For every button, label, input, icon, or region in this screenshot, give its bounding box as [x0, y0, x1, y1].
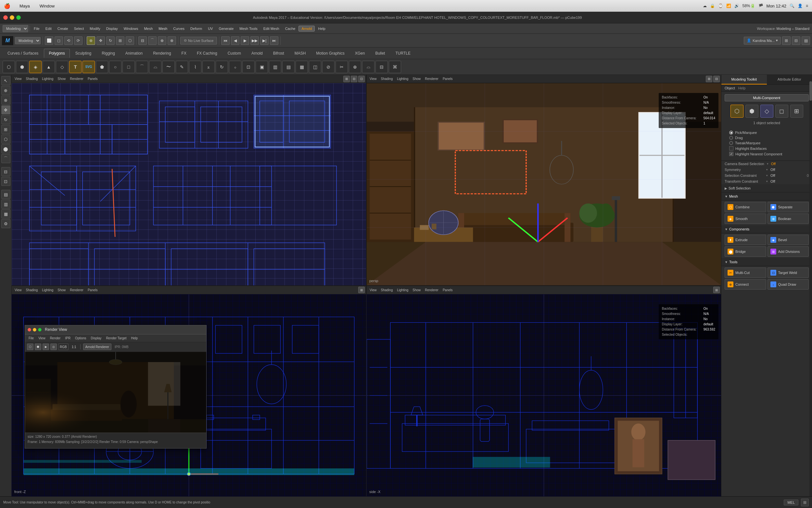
rp-tab-attribute-editor[interactable]: Attribute Editor — [767, 75, 812, 85]
user-info-btn[interactable]: 👤 Karolina Ma... ▾ — [744, 37, 781, 45]
move-tool-btn[interactable]: ✥ — [1, 105, 10, 115]
toolbar-step-forward[interactable]: ▶| — [260, 36, 269, 45]
extrude-btn[interactable]: ⬆ Extrude — [725, 235, 766, 245]
boolean-btn[interactable]: ⊕ Boolean — [767, 214, 809, 224]
mesh-section-header[interactable]: ▼ Mesh — [721, 193, 812, 201]
uv-vp-menu-panels[interactable]: Panels — [86, 77, 99, 81]
comp-btn-uv[interactable]: ◻ — [775, 104, 788, 118]
tab-rigging[interactable]: Rigging — [97, 49, 120, 58]
side-viewport-canvas[interactable]: Backfaces: On Smoothness: N/A Instance: … — [367, 294, 721, 497]
uv-vp-icon-3[interactable]: ⊡ — [358, 76, 365, 82]
maya-menu-edit[interactable]: Edit — [43, 26, 54, 32]
persp-viewport-canvas[interactable]: Backfaces: On Smoothness: N/A Instance: … — [367, 83, 721, 285]
universal-manip-btn[interactable]: ⬡ — [1, 134, 10, 144]
rp-subtab-object[interactable]: Object — [725, 86, 735, 90]
comp-btn-vertex[interactable]: ⬡ — [730, 104, 744, 118]
soft-mod-btn[interactable]: ⬤ — [1, 144, 10, 154]
persp-3d-viewport[interactable]: View Shading Lighting Show Renderer Pane… — [367, 75, 721, 285]
comp-btn-face[interactable]: ◇ — [760, 104, 773, 118]
shelf-btn-planar[interactable]: ▥ — [269, 61, 281, 73]
tab-bullet[interactable]: Bullet — [370, 49, 390, 58]
attr-editor-btn[interactable]: ▦ — [1, 209, 10, 218]
maximize-button[interactable] — [16, 15, 21, 20]
connect-btn[interactable]: ⊕ Connect — [725, 279, 766, 290]
toolbar-universal-tool[interactable]: ⬡ — [126, 36, 134, 45]
shelf-btn-rebuild[interactable]: ⌘ — [389, 61, 401, 73]
shelf-btn-plane[interactable]: ◇ — [56, 61, 68, 73]
radio-pick-marquee[interactable]: Pick/Marquee — [729, 130, 804, 135]
toolbar-step-back[interactable]: ◀ — [231, 36, 239, 45]
combine-btn[interactable]: ⬡ Combine — [725, 202, 766, 212]
shelf-btn-bezier[interactable]: 〜 — [162, 61, 175, 73]
uv-editor-viewport[interactable]: View Shading Lighting Show Renderer Pane… — [12, 75, 366, 285]
mel-button[interactable]: MEL — [784, 500, 798, 505]
mac-menu-icon[interactable]: ≡ — [806, 4, 808, 8]
channel-box-btn[interactable]: ▥ — [1, 200, 10, 209]
rv-menu-display[interactable]: Display — [89, 336, 103, 340]
persp-vp-menu-renderer[interactable]: Renderer — [423, 77, 440, 81]
tab-fx[interactable]: FX — [177, 49, 191, 58]
maya-menu-create[interactable]: Create — [55, 26, 71, 32]
shelf-btn-arc2[interactable]: ⌓ — [149, 61, 161, 73]
front-vp-menu-lighting[interactable]: Lighting — [40, 288, 55, 292]
shelf-btn-square-surface[interactable]: ▦ — [296, 61, 308, 73]
toolbar-snap-grid[interactable]: ⊟ — [138, 36, 147, 45]
render-minimize-btn[interactable] — [33, 328, 36, 332]
maya-menu-deform[interactable]: Deform — [188, 26, 205, 32]
persp-vp-menu-lighting[interactable]: Lighting — [395, 77, 410, 81]
tab-rendering[interactable]: Rendering — [148, 49, 176, 58]
uv-vp-menu-lighting[interactable]: Lighting — [40, 77, 55, 81]
scrollbar-thumb[interactable] — [809, 81, 812, 101]
shelf-btn-arc1[interactable]: ⌒ — [136, 61, 148, 73]
rp-subtab-help[interactable]: Help — [738, 86, 746, 90]
bridge-btn[interactable]: ⬤ Bridge — [725, 246, 766, 257]
shelf-btn-cv-curve[interactable]: ⌅ — [202, 61, 215, 73]
shelf-btn-square[interactable]: □ — [123, 61, 135, 73]
toolbar-rotate-tool[interactable]: ↻ — [106, 36, 115, 45]
toolbar-snap-curve[interactable]: ⌒ — [148, 36, 156, 45]
shelf-btn-extrude-surface[interactable]: ⊡ — [242, 61, 255, 73]
bevel-btn[interactable]: ◈ Bevel — [767, 235, 809, 245]
rp-tab-modeling-toolkit[interactable]: Modeling Toolkit — [721, 75, 767, 85]
maya-menu-cache[interactable]: Cache — [283, 26, 298, 32]
rv-menu-view[interactable]: View — [37, 336, 47, 340]
toolbar-mode-select[interactable]: Modeling — [15, 37, 41, 44]
outliner-btn[interactable]: ▤ — [1, 190, 10, 199]
quad-draw-btn[interactable]: ⬦ Quad Draw — [767, 279, 809, 290]
camera-based-dropdown-arrow[interactable]: ▾ — [767, 162, 768, 165]
maya-menu-file[interactable]: File — [31, 26, 42, 32]
shelf-btn-cone[interactable]: ▲ — [43, 61, 55, 73]
front-wireframe-viewport[interactable]: View Shading Lighting Show Renderer Pane… — [12, 286, 366, 497]
uv-vp-icon-1[interactable]: ⊞ — [343, 76, 350, 82]
right-panel-scrollbar[interactable] — [809, 75, 812, 496]
shelf-btn-nurbscircle[interactable]: ○ — [109, 61, 122, 73]
toolbar-btn-4[interactable]: ⟳ — [74, 36, 83, 45]
uv-vp-icon-2[interactable]: ⊟ — [351, 76, 357, 82]
uv-vp-menu-view[interactable]: View — [13, 77, 23, 81]
toolbar-btn-3[interactable]: ⟲ — [64, 36, 73, 45]
front-vp-menu-panels[interactable]: Panels — [86, 288, 99, 292]
components-section-header[interactable]: ▼ Components — [721, 225, 812, 234]
shelf-btn-fillet[interactable]: ⌓ — [362, 61, 375, 73]
toolbar-play-back[interactable]: ▶ — [241, 36, 249, 45]
side-vp-icon-1[interactable]: ⊞ — [713, 287, 720, 293]
toolbar-select-tool[interactable]: ⊕ — [87, 36, 95, 45]
status-icon-btn[interactable]: ⊞ — [801, 499, 809, 506]
rotate-tool-btn[interactable]: ↻ — [1, 115, 10, 124]
checkbox-highlight-nearest[interactable]: Highlight Nearest Component — [729, 151, 804, 157]
rv-rgb-label[interactable]: RGB — [58, 344, 68, 350]
rv-menu-file[interactable]: File — [27, 336, 35, 340]
uv-viewport-canvas[interactable] — [12, 83, 366, 285]
side-vp-menu-show[interactable]: Show — [411, 288, 422, 292]
rv-tb-btn3[interactable]: ▶ — [43, 344, 49, 350]
toolbar-render-settings[interactable]: ⊞ — [782, 36, 791, 45]
persp-vp-menu-shading[interactable]: Shading — [379, 77, 395, 81]
front-vp-menu-show[interactable]: Show — [56, 288, 67, 292]
snap-together-btn[interactable]: ⊡ — [1, 177, 10, 186]
shelf-btn-pencil[interactable]: ✎ — [176, 61, 188, 73]
tab-polygons[interactable]: Polygons — [44, 49, 69, 58]
tools-section-header[interactable]: ▼ Tools — [721, 258, 812, 266]
side-wireframe-viewport[interactable]: View Shading Lighting Show Renderer Pane… — [367, 286, 721, 497]
tab-arnold[interactable]: Arnold — [246, 49, 268, 58]
shelf-btn-loft[interactable]: ⬦ — [229, 61, 241, 73]
